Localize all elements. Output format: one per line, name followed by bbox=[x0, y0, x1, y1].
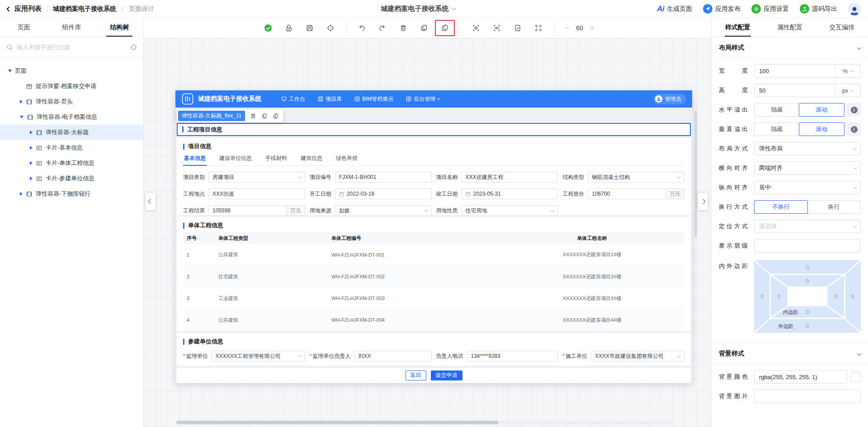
table-row[interactable]: 2 住宅建筑 WH-FZLHJFXM-DT-002 XXXXXXX还建房项目2#… bbox=[183, 266, 684, 287]
caret-right-icon[interactable] bbox=[30, 131, 33, 134]
structure-type-select[interactable]: 钢筋混凝土结构 bbox=[588, 172, 684, 183]
end-date-picker[interactable]: 2023-05-31 bbox=[462, 188, 558, 199]
caret-right-icon[interactable] bbox=[20, 100, 23, 103]
nav-project-library[interactable]: 项目库 bbox=[318, 95, 342, 103]
construction-unit-select[interactable]: XXXX市政建设集团有限公司 bbox=[591, 351, 684, 361]
tab-property-config[interactable]: 属性配置 bbox=[764, 18, 816, 37]
table-row[interactable]: 4 公共建筑 WH-FZLHJFXM-DT-004 XXXXXXX还建房项目4#… bbox=[183, 309, 684, 331]
caret-right-icon[interactable] bbox=[20, 192, 23, 196]
no-wrap-option[interactable]: 不换行 bbox=[754, 200, 808, 214]
back-button[interactable]: 应用列表 bbox=[7, 5, 42, 13]
project-category-select[interactable]: 房建项目 bbox=[208, 172, 305, 183]
copy-icon[interactable] bbox=[261, 113, 268, 119]
generate-page-button[interactable]: Ai 生成页面 bbox=[657, 5, 692, 14]
tree-item-flex-big-title[interactable]: 弹性容器-大标题 bbox=[0, 125, 143, 140]
project-cost-input[interactable] bbox=[588, 188, 666, 199]
card-unit-projects[interactable]: 单体工程信息 序号 单体工程类型 单体工程编号 单体工程名称 bbox=[177, 217, 691, 331]
zindex-input[interactable] bbox=[754, 239, 861, 253]
background-color-input[interactable] bbox=[754, 370, 847, 384]
user-avatar[interactable] bbox=[848, 3, 861, 15]
caret-down-icon[interactable] bbox=[8, 70, 12, 72]
frame-button[interactable] bbox=[528, 20, 548, 36]
tree-item-card-basic-info[interactable]: 卡片-基本信息 bbox=[0, 140, 143, 155]
info-icon[interactable]: i bbox=[847, 122, 861, 136]
locate-button[interactable] bbox=[321, 20, 340, 36]
copy-button[interactable] bbox=[414, 20, 434, 36]
caret-down-icon[interactable] bbox=[20, 116, 24, 118]
tree-item-dialog-archive-transfer[interactable]: 提示弹窗-档案移交申请 bbox=[0, 79, 143, 94]
box-model-diagram[interactable]: 0 0 0 0 0 0 0 0 内边距 外边距 bbox=[754, 258, 861, 334]
page-preview[interactable]: 城建档案电子接收系统 工作台 项目库 BIM管档展示 bbox=[175, 90, 692, 383]
tree-item-flex-earchive-info[interactable]: 弹性容器-电子档案信息 bbox=[0, 109, 143, 125]
height-input[interactable] bbox=[755, 84, 835, 97]
display-mode-select[interactable]: 弹性布局 bbox=[754, 142, 861, 155]
locate-icon[interactable] bbox=[130, 44, 137, 51]
app-settings-button[interactable]: 应用设置 bbox=[751, 4, 789, 14]
paste-button[interactable] bbox=[435, 20, 455, 36]
export-source-button[interactable]: 源码导出 bbox=[800, 4, 837, 14]
margin-left-value[interactable]: 0 bbox=[760, 294, 764, 300]
tree-item-card-unit-project-info[interactable]: 卡片-单体工程信息 bbox=[0, 155, 143, 171]
publish-app-button[interactable]: 应用发布 bbox=[703, 4, 741, 14]
page-check-button[interactable] bbox=[508, 20, 528, 36]
delete-button[interactable] bbox=[393, 20, 413, 36]
zoom-in-button[interactable]: + bbox=[588, 23, 597, 33]
back-button-preview[interactable]: 返回 bbox=[406, 371, 426, 380]
nav-admin[interactable]: 后台管理 bbox=[406, 95, 440, 103]
table-row[interactable]: 1 公共建筑 WH-FZLHJFXM-DT-001 XXXXXXX还建房项目1#… bbox=[183, 244, 684, 266]
tree-item-flex-bottom-buttons[interactable]: 弹性容器-下侧按钮行 bbox=[0, 186, 143, 202]
tab-construction-unit[interactable]: 建设单位信息 bbox=[218, 152, 253, 165]
undo-button[interactable] bbox=[352, 20, 372, 36]
supervision-manager-input[interactable] bbox=[354, 351, 431, 361]
tab-interaction-config[interactable]: 交互编排 bbox=[816, 18, 868, 37]
caret-right-icon[interactable] bbox=[30, 146, 33, 150]
overflow-x-hidden-option[interactable]: 隐藏 bbox=[755, 103, 799, 116]
paste-icon[interactable] bbox=[273, 113, 279, 119]
expand-right-panel-button[interactable] bbox=[698, 193, 708, 210]
tab-style-config[interactable]: 样式配置 bbox=[712, 18, 764, 37]
nav-workbench[interactable]: 工作台 bbox=[281, 95, 305, 103]
margin-right-value[interactable]: 0 bbox=[851, 294, 854, 300]
tab-page[interactable]: 页面 bbox=[0, 18, 48, 37]
land-source-select[interactable]: 划拨 bbox=[335, 205, 432, 216]
project-settlement-input[interactable] bbox=[208, 205, 287, 216]
height-unit-select[interactable]: px bbox=[835, 84, 860, 97]
color-swatch[interactable] bbox=[851, 372, 861, 382]
padding-bottom-value[interactable]: 0 bbox=[806, 309, 809, 315]
breadcrumb-app[interactable]: 城建档案电子接收系统 bbox=[53, 5, 116, 13]
padding-left-value[interactable]: 0 bbox=[778, 294, 781, 300]
manager-phone-input[interactable] bbox=[467, 351, 558, 361]
canvas-stage[interactable]: 城建档案电子接收系统 工作台 项目库 BIM管档展示 bbox=[144, 38, 711, 427]
position-select[interactable]: 请选择 bbox=[754, 220, 861, 233]
caret-right-icon[interactable] bbox=[30, 177, 33, 180]
delete-icon[interactable] bbox=[250, 113, 256, 119]
search-input[interactable] bbox=[17, 44, 127, 51]
start-date-picker[interactable]: 2022-03-16 bbox=[335, 188, 432, 199]
land-use-select[interactable]: 住宅用地 bbox=[462, 205, 558, 216]
project-location-input[interactable] bbox=[208, 188, 305, 199]
unlock-button[interactable] bbox=[279, 20, 299, 36]
preview-user-chip[interactable]: 管理员 bbox=[653, 94, 686, 104]
table-row[interactable]: 3 工业建筑 WH-FZLHJFXM-DT-003 XXXXXXX还建房项目3#… bbox=[183, 287, 684, 309]
tab-structure-tree[interactable]: 结构树 bbox=[95, 18, 143, 37]
tab-basic-info[interactable]: 基本信息 bbox=[183, 152, 207, 165]
align-select[interactable]: 居中 bbox=[754, 181, 861, 194]
card-participants[interactable]: 参建单位信息 *监理单位 XXXXXX工程管理有限公司 *监理单位负责人 负责人… bbox=[177, 333, 691, 366]
card-project-info[interactable]: 项目信息 基本信息 建设单位信息 手续材料 建筑信息 绿色举措 项目类别 房建项… bbox=[177, 138, 691, 215]
overflow-y-hidden-option[interactable]: 隐藏 bbox=[755, 123, 799, 136]
justify-select[interactable]: 两端对齐 bbox=[754, 161, 861, 175]
supervision-unit-select[interactable]: XXXXXX工程管理有限公司 bbox=[212, 351, 305, 361]
width-input[interactable] bbox=[755, 65, 835, 77]
preview-scan-button[interactable] bbox=[466, 20, 486, 36]
tree-item-flex-header[interactable]: 弹性容器-页头 bbox=[0, 94, 143, 109]
info-icon[interactable]: i bbox=[847, 103, 861, 117]
selected-big-title-container[interactable]: 工程项目信息 bbox=[177, 123, 691, 136]
code-scan-button[interactable] bbox=[487, 20, 507, 36]
background-image-input[interactable] bbox=[754, 389, 861, 403]
horizontal-scrollbar[interactable] bbox=[176, 421, 498, 424]
overflow-x-scroll-option[interactable]: 滚动 bbox=[799, 103, 844, 117]
collapse-left-panel-button[interactable] bbox=[146, 193, 156, 210]
submit-application-button[interactable]: 提交申请 bbox=[431, 371, 462, 380]
tab-component-library[interactable]: 组件库 bbox=[48, 18, 96, 37]
tab-green-measures[interactable]: 绿色举措 bbox=[335, 152, 359, 165]
